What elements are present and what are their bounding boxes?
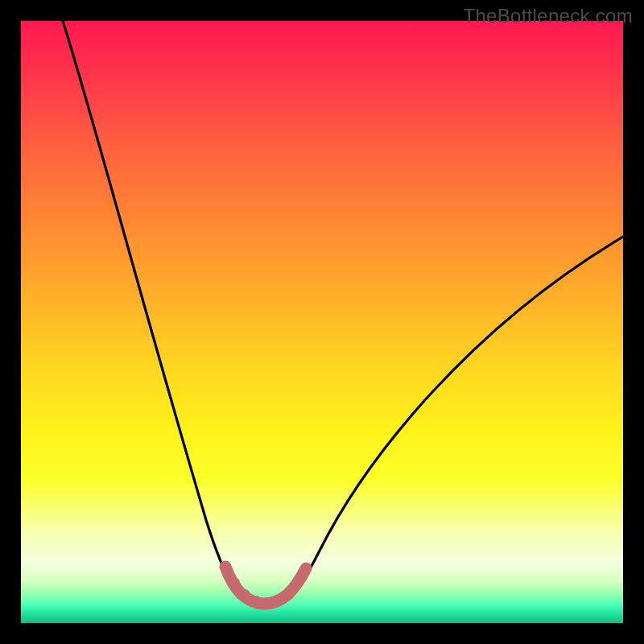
- svg-point-3: [250, 596, 262, 607]
- bottleneck-curve: [63, 21, 623, 603]
- svg-point-2: [239, 589, 250, 601]
- trough-dots: [220, 561, 312, 609]
- svg-point-7: [294, 574, 305, 585]
- svg-point-8: [300, 563, 312, 574]
- svg-point-1: [229, 577, 240, 588]
- watermark-text: TheBottleneck.com: [463, 5, 633, 27]
- svg-point-0: [220, 561, 231, 572]
- svg-point-5: [273, 594, 284, 605]
- curve-overlay: [21, 21, 623, 623]
- svg-point-6: [284, 586, 295, 597]
- svg-point-4: [262, 597, 273, 609]
